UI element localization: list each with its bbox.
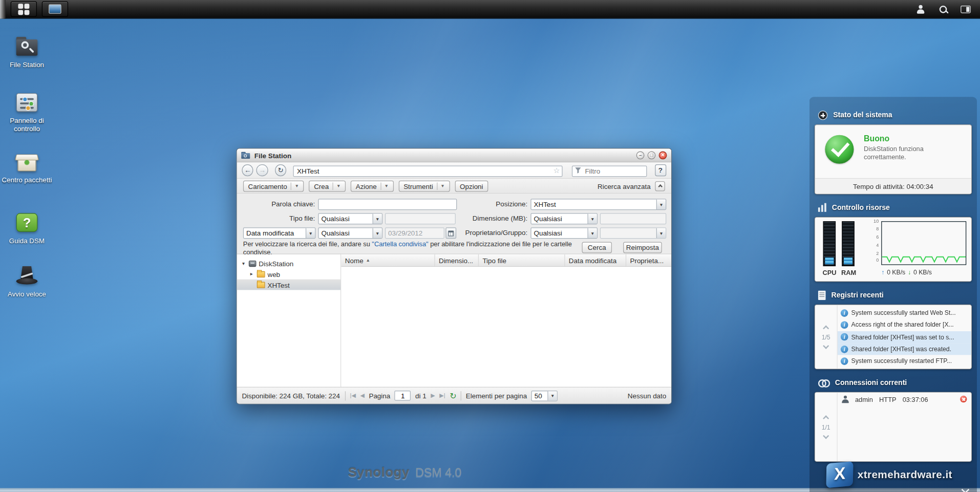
widgets-toggle-button[interactable] [957,1,974,17]
create-button[interactable]: Crea▼ [309,180,346,191]
pager-up-button[interactable] [823,415,829,421]
search-reset-button[interactable]: Reimposta [623,242,662,253]
folder-tree: ▾ DiskStation ▸ web XHTest [237,254,342,387]
user-menu-button[interactable] [912,1,929,17]
page-total-label: di 1 [415,392,427,399]
watermark: xtremehardware.it [826,462,952,487]
brand-name: Synology [348,465,410,479]
tree-item-xhtest[interactable]: XHTest [237,280,341,290]
refresh-button[interactable]: ↻ [275,164,286,176]
window-titlebar[interactable]: File Station – □ ✕ [237,149,671,163]
tools-button[interactable]: Strumenti▼ [398,180,450,191]
next-page-button[interactable]: ▶ [431,393,435,399]
chevron-down-icon: ▼ [656,199,666,209]
page-number-input[interactable] [395,391,411,401]
file-station-icon [14,35,39,57]
folder-icon [257,282,265,288]
log-entry[interactable]: System successfully restarted FTP... [838,355,971,368]
column-header-size[interactable]: Dimensio... [435,254,479,266]
advanced-search-label: Ricerca avanzata [598,182,651,190]
date-field-select[interactable]: Data modificata▼ [243,227,316,239]
chevron-down-icon: ▼ [656,228,666,239]
size-label: Dimensione (MB): [443,215,527,222]
column-header-filetype[interactable]: Tipo file [479,254,565,266]
options-button[interactable]: Opzioni [455,180,488,191]
status-ok-icon [825,135,854,164]
search-submit-button[interactable]: Cerca [582,242,612,253]
xtremehardware-logo-icon [826,461,853,488]
column-header-name[interactable]: Nome▲ [342,254,435,266]
first-page-button[interactable]: |◀ [350,393,356,399]
tree-item-web[interactable]: ▸ web [237,269,341,280]
connection-protocol: HTTP [879,395,896,403]
advanced-search-panel: Parola chiave: Posizione: XHTest▼ Tipo f… [237,194,671,254]
tree-item-diskstation[interactable]: ▾ DiskStation [237,258,341,269]
forward-button[interactable]: → [257,164,268,176]
graph-scale-tick: 2 [867,251,879,256]
expander-icon[interactable]: ▾ [241,261,246,266]
filetype-select[interactable]: Qualsiasi▼ [318,213,382,224]
pager-up-button[interactable] [823,325,829,331]
panel-icon [961,5,971,13]
global-search-button[interactable] [935,1,951,17]
upload-button[interactable]: Caricamento▼ [243,180,304,191]
size-select[interactable]: Qualsiasi▼ [530,213,598,224]
topbar [0,0,980,19]
filetype-label: Tipo file: [243,215,315,222]
maximize-button[interactable]: □ [648,151,656,159]
filter-input[interactable] [572,165,647,177]
owner-select[interactable]: Qualsiasi▼ [530,227,598,239]
widgets-scroll-down-button[interactable] [963,484,968,492]
search-icon [938,4,948,14]
chevron-down-icon: ▼ [306,228,315,239]
chain-link-icon [818,378,829,387]
minimize-button[interactable]: – [636,151,645,159]
capacity-text: Disponibile: 224 GB, Totale: 224 G [242,392,340,399]
pilot-view-button[interactable] [42,1,68,17]
list-refresh-button[interactable]: ↻ [450,391,456,400]
column-header-modified[interactable]: Data modificata [565,254,627,266]
column-header-owner[interactable]: Proprieta... [626,254,671,266]
log-entry[interactable]: Shared folder [XHTest] was created. [838,343,971,355]
action-button[interactable]: Azione▼ [351,180,394,191]
date-match-select[interactable]: Qualsiasi▼ [318,227,382,239]
advanced-search-collapse-button[interactable] [655,181,665,191]
close-button[interactable]: ✕ [659,151,667,159]
desktop-icon-control-panel[interactable]: Pannello di controllo [0,91,54,133]
address-input[interactable] [293,165,563,177]
desktop-icon-file-station[interactable]: File Station [0,35,54,69]
keyword-input[interactable] [318,199,457,210]
pager-down-button[interactable] [823,343,829,349]
main-menu-button[interactable] [11,1,37,17]
pager-down-button[interactable] [823,433,829,439]
window-title: File Station [254,152,291,159]
back-button[interactable]: ← [242,164,253,176]
log-entry[interactable]: Access right of the shared folder [X... [838,319,971,331]
network-graph [881,221,966,265]
graph-scale-tick: 8 [867,227,879,232]
log-entry[interactable]: Shared folder [XHTest] was set to s... [838,331,971,343]
expander-icon[interactable]: ▸ [249,271,254,277]
connection-row[interactable]: admin HTTP 03:37:06 [838,393,971,406]
desktop-icon-package-center[interactable]: Centro pacchetti [0,151,54,184]
chevron-down-icon: ▼ [380,182,389,190]
position-select[interactable]: XHTest▼ [530,199,666,210]
desktop-icon-quick-start[interactable]: Avvio veloce [0,264,54,298]
per-page-select[interactable]: 50▼ [531,390,558,401]
last-page-button[interactable]: ▶| [439,393,445,399]
topbar-edge-decoration [0,0,6,18]
shared-folder-link[interactable]: "Cartella condivisa" [372,240,428,248]
file-list: Nome▲ Dimensio... Tipo file Data modific… [342,254,672,387]
chevron-down-icon: ▼ [587,213,596,224]
help-button[interactable]: ? [655,164,666,176]
disconnect-button[interactable] [960,396,967,402]
bookmark-star-icon[interactable]: ☆ [553,165,560,176]
system-status-header: Stato del sistema [809,107,977,123]
chevron-down-icon: ▼ [291,182,299,190]
file-list-body[interactable] [342,267,672,387]
date-input [385,227,444,239]
log-entry[interactable]: System successfully started Web St... [838,307,971,319]
desktop-icon-dsm-help[interactable]: ? Guida DSM [0,211,54,245]
prev-page-button[interactable]: ◀ [360,393,364,399]
status-state: Buono [864,134,889,143]
